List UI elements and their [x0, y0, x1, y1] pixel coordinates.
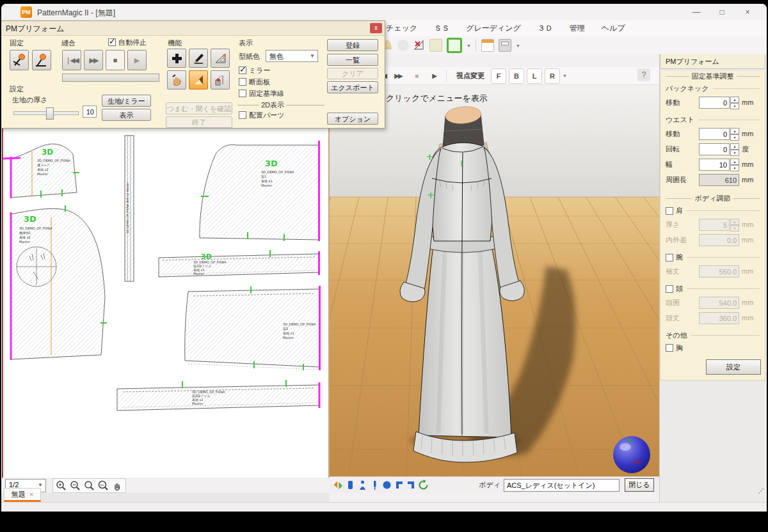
show-button[interactable]: 表示 [102, 109, 151, 121]
waist-width-input[interactable]: 10 [699, 159, 730, 171]
sew-play-button[interactable]: ▶ [127, 50, 147, 70]
view-back-button[interactable]: B [509, 68, 524, 84]
navigation-sphere[interactable] [613, 436, 650, 473]
hand-tool-button[interactable] [167, 70, 186, 90]
pin-straight-button[interactable] [10, 50, 29, 70]
menu-kanri[interactable]: 管理 [561, 20, 593, 36]
scene-3d[interactable]: クリックでメニューを表示 [330, 85, 659, 476]
head-checkbox[interactable] [666, 285, 673, 293]
setsquare-icon [214, 52, 227, 64]
clear-button[interactable]: クリア [327, 68, 378, 79]
menu-ss[interactable]: ＳＳ [426, 20, 458, 36]
fabric-thickness-value[interactable]: 10 [83, 106, 97, 118]
swatch-icon[interactable] [429, 39, 442, 52]
placed-parts-checkbox[interactable] [239, 111, 246, 119]
measure-tool-button[interactable] [211, 70, 230, 90]
resize-grip[interactable] [758, 489, 764, 494]
waist-rotate-input[interactable]: 0 [699, 143, 730, 155]
dialog-close-button[interactable]: x [370, 23, 382, 33]
tab-close-icon[interactable]: × [29, 490, 33, 498]
corner-left-icon[interactable] [394, 480, 404, 490]
document-tab[interactable]: 無題× [4, 488, 41, 502]
section-board-checkbox[interactable] [239, 78, 246, 86]
auto-stop-checkbox[interactable] [108, 38, 116, 46]
fold-tool-button[interactable] [189, 70, 208, 90]
refresh-icon[interactable] [418, 480, 429, 490]
piece-front-bodice[interactable]: 3D 3D_DEMO_OP_FISNA 前1 表地 x1 Master [200, 141, 319, 241]
pan-hand-icon[interactable] [111, 480, 124, 492]
backneck-move-input[interactable]: 0 [699, 97, 730, 109]
maximize-button[interactable]: □ [709, 4, 735, 20]
pin-angled-button[interactable] [32, 50, 51, 70]
sew-stop-button[interactable]: ■ [106, 50, 125, 70]
chest-checkbox[interactable] [666, 344, 673, 352]
minimize-button[interactable]: — [684, 4, 709, 20]
sew-forward-button[interactable]: ▶▶ [84, 50, 103, 70]
close-3d-button[interactable]: 閉じる [625, 478, 654, 492]
pin-icon[interactable] [369, 480, 380, 490]
display-icon[interactable] [447, 38, 462, 53]
export-button[interactable]: エクスポート [327, 81, 378, 93]
body-adjust-section-title: ボディ調節 [663, 194, 762, 203]
sew-group-label: 縫合 [61, 38, 76, 48]
dialog-exit-button[interactable]: 終了 [166, 116, 232, 128]
pencil-tool-button[interactable] [189, 49, 208, 68]
play-button[interactable]: ▶ [426, 69, 442, 83]
shoulder-checkbox[interactable] [666, 207, 673, 215]
pinch-open-check-button[interactable]: つまむ・開くを確認 [166, 102, 232, 114]
panel-settings-button[interactable]: 設定 [706, 359, 761, 375]
backneck-move-spinner[interactable]: ▲▼ [730, 97, 739, 109]
calculator-icon[interactable] [499, 39, 511, 52]
zoom-in-icon[interactable] [55, 480, 67, 492]
option-button[interactable]: オプション [327, 113, 378, 125]
menu-help[interactable]: ヘルプ [593, 20, 634, 36]
calendar-icon[interactable] [481, 39, 494, 52]
fabric-thickness-slider[interactable] [13, 111, 79, 115]
part-icon[interactable] [345, 480, 356, 490]
piece-back-yoke[interactable]: 3D 3D_DEMO_OP_FISNA 後ヨーク 表地 x2 Master [3, 144, 79, 198]
sphere-icon[interactable] [381, 480, 392, 490]
piece-strip[interactable]: 3D_DEMO_OP_FISNA 表地 x1 Master [125, 136, 134, 281]
forward-button[interactable]: ▶▶ [390, 69, 406, 83]
stop-button[interactable]: ■ [408, 69, 424, 83]
waist-width-spinner[interactable]: ▲▼ [730, 159, 739, 171]
toolbar-caret-icon[interactable]: ▼ [467, 43, 471, 48]
register-button[interactable]: 登録 [327, 39, 378, 51]
slider-thumb[interactable] [46, 107, 54, 120]
waist-rotate-spinner[interactable]: ▲▼ [730, 143, 739, 155]
zoom-out-icon[interactable] [69, 480, 81, 492]
fixed-baseline-checkbox[interactable] [239, 90, 246, 97]
mirror-checkbox[interactable] [239, 66, 246, 74]
piece-frill-1[interactable]: 3D 3D_DEMO_OP_FISNA 前1段フリル 表地 x1 Master [159, 250, 319, 277]
zoom-all-icon[interactable]: ALL [97, 480, 109, 492]
menu-grading[interactable]: グレーディング [458, 20, 529, 36]
waist-move-spinner[interactable]: ▲▼ [730, 128, 739, 140]
menu-3d[interactable]: ３Ｄ [529, 20, 561, 36]
piece-back-bodice[interactable]: 3D 3D_DEMO_OP_FISNA 後身頃1 表地 x2 Master [11, 205, 107, 360]
arm-checkbox[interactable] [666, 254, 673, 262]
body-icon[interactable] [357, 480, 368, 490]
mouse-help-icon[interactable]: ? [637, 68, 650, 81]
viewpoint-caret-icon[interactable]: ▼ [563, 74, 567, 78]
close-button[interactable]: × [735, 4, 760, 20]
pattern-color-select[interactable]: 無色▼ [266, 50, 318, 62]
toolbar-caret2-icon[interactable]: ▼ [516, 43, 520, 48]
fabric-mirror-button[interactable]: 生地/ミラー [102, 95, 151, 107]
view-right-button[interactable]: R [545, 68, 560, 84]
setsquare-tool-button[interactable] [211, 49, 230, 68]
list-button[interactable]: 一覧 [327, 54, 378, 66]
zoom-window-icon[interactable] [83, 480, 95, 492]
piece-front-skirt[interactable]: 3D_DEMO_OP_FISNA 前2 表地 x1 Master [185, 286, 320, 370]
waist-move-input[interactable]: 0 [699, 128, 730, 140]
piece-frill-2[interactable]: 3D_DEMO_OP_FISNA 前2段フリル 表地 x1 Master [117, 380, 319, 411]
view-front-button[interactable]: F [491, 68, 506, 84]
dialog-title-bar[interactable]: PMプリフォーム x [1, 21, 385, 36]
view-left-button[interactable]: L [527, 68, 542, 84]
sew-rewind-button[interactable]: ❘◀◀ [62, 50, 81, 70]
swap-2d3d-icon[interactable] [333, 480, 344, 490]
add-tool-button[interactable] [167, 49, 186, 68]
corner-right-icon[interactable] [406, 480, 417, 490]
fixed-group-label: 固定 [10, 38, 24, 48]
body-name-field[interactable]: ACS_レディス(セットイン) [504, 479, 620, 492]
ruler-delete-icon[interactable] [413, 40, 425, 51]
